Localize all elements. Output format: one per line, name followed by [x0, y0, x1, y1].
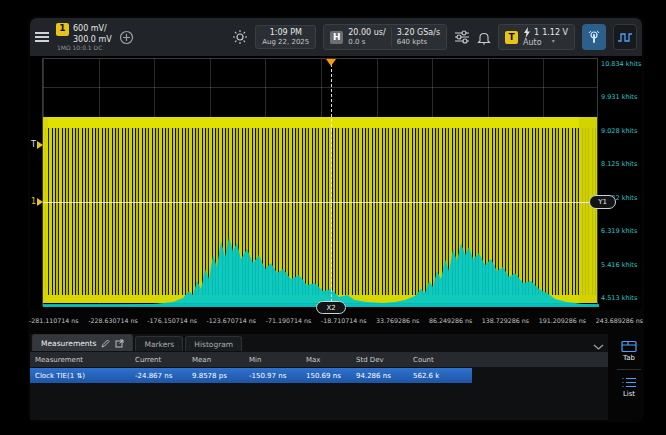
measurements-panel: Measurements Markers Histogram Measureme… [30, 334, 608, 420]
list-view-button[interactable]: List [621, 376, 637, 398]
list-view-icon [621, 376, 637, 389]
measurement-min: -150.97 ns [244, 372, 301, 380]
tab-view-icon [621, 340, 637, 353]
square-wave-icon [617, 31, 633, 44]
tab-markers[interactable]: Markers [135, 336, 183, 351]
column-header: Mean [187, 356, 244, 364]
histogram-y-axis: 10.834 khits 9.931 khits 9.028 khits 8.1… [601, 56, 645, 310]
trigger-source: 1 [534, 28, 539, 37]
y-axis-tick: 4.513 khits [601, 294, 637, 302]
x-axis-tick: 191.209286 ns [539, 317, 586, 324]
y1-marker-line [43, 202, 597, 203]
sample-rate: 3.20 GSa/s [397, 28, 440, 37]
divider [617, 369, 641, 370]
column-header: Std Dev [351, 356, 408, 364]
waveform-display: X2 Y1 T 1 10.834 khits 9.931 khits 9.028… [30, 56, 642, 310]
notifications-bell-icon[interactable] [477, 30, 491, 45]
tab-measurements[interactable]: Measurements [32, 334, 133, 351]
horizontal-scale: 20.00 us/ [348, 28, 385, 37]
x-axis-tick: -123.670714 ns [207, 317, 257, 324]
column-header: Current [130, 356, 187, 364]
horizontal-position: 0.0 s [348, 38, 385, 46]
trigger-edge-icon [523, 27, 531, 38]
waveform-view-button[interactable] [613, 24, 637, 50]
menu-icon[interactable] [35, 30, 49, 44]
horizontal-badge: H [330, 31, 343, 44]
edit-pencil-icon[interactable] [101, 339, 110, 348]
controls-tune-icon[interactable] [454, 29, 470, 45]
tab-histogram[interactable]: Histogram [185, 336, 242, 351]
touch-icon [586, 29, 602, 45]
add-channel-icon[interactable] [119, 30, 134, 45]
clock-date: Aug 22, 2025 [262, 38, 309, 46]
y-axis-tick: 5.416 khits [601, 261, 637, 269]
x-axis-tick: -71.190714 ns [266, 317, 312, 324]
measurement-count: 562.6 k [408, 372, 460, 380]
top-toolbar: 1 600 mV/ 300.0 mV 1MΩ 10:0.1 DC 1:09 PM… [30, 18, 642, 56]
x-axis-tick: -176.150714 ns [147, 317, 197, 324]
measurement-current: -24.867 ns [130, 372, 187, 380]
measurements-header-row: Measurement Current Mean Min Max Std Dev… [30, 352, 608, 367]
x-axis-tick: 138.729286 ns [482, 317, 529, 324]
column-header: Max [301, 356, 351, 364]
measurement-mean: 9.8578 ps [187, 372, 244, 380]
clock-display[interactable]: 1:09 PM Aug 22, 2025 [255, 25, 316, 48]
x-axis-tick: -18.710714 ns [321, 317, 367, 324]
trigger-time-marker[interactable] [326, 59, 336, 66]
x-axis-tick: 243.689286 ns [596, 317, 643, 324]
channel1-scale: 600 mV/ [73, 25, 107, 33]
channel1-offset: 300.0 mV [56, 36, 112, 44]
y-axis-tick: 9.028 khits [601, 127, 637, 135]
channel1-ground-marker[interactable]: 1 [31, 197, 43, 206]
horizontal-settings[interactable]: H 20.00 us/ 0.0 s 3.20 GSa/s 640 kpts [323, 24, 447, 50]
column-header: Count [408, 356, 460, 364]
x-axis-tick: -228.630714 ns [88, 317, 138, 324]
x-axis-tick: -281.110714 ns [29, 317, 79, 324]
x-axis-tick: 33.769286 ns [376, 317, 419, 324]
chevron-down-icon: ▾ [552, 38, 555, 47]
trigger-badge: T [505, 31, 518, 44]
y-axis-tick: 6.319 khits [601, 227, 637, 235]
measurement-max: 150.69 ns [301, 372, 351, 380]
y-axis-tick: 9.931 khits [601, 93, 637, 101]
panel-tabbar: Measurements Markers Histogram [30, 334, 608, 351]
panel-side-toolbar: Tab List [614, 334, 644, 420]
brightness-icon[interactable] [232, 29, 248, 45]
channel1-coupling: 1MΩ 10:0.1 DC [56, 45, 112, 51]
y-axis-tick: 8.125 khits [601, 160, 637, 168]
measurement-name: Clock TIE(1 ⇅) [30, 372, 130, 380]
trigger-level-marker[interactable]: T [31, 140, 43, 149]
graticule: X2 Y1 [42, 58, 598, 306]
tie-histogram [43, 59, 599, 307]
clock-time: 1:09 PM [262, 28, 309, 37]
measurement-row-clock-tie[interactable]: Clock TIE(1 ⇅) -24.867 ns 9.8578 ps -150… [30, 368, 472, 383]
trigger-mode: Auto [523, 38, 542, 47]
x-axis-tick: 86.249286 ns [429, 317, 472, 324]
touch-toggle-button[interactable] [582, 24, 606, 50]
trigger-level: 1.12 V [542, 28, 568, 37]
trigger-settings[interactable]: T 1 1.12 V Auto ▾ [498, 24, 575, 50]
trigger-arrow-icon [37, 141, 43, 149]
column-header: Min [244, 356, 301, 364]
tab-view-button[interactable]: Tab [621, 340, 637, 362]
popout-icon[interactable] [115, 339, 124, 348]
column-header: Measurement [30, 356, 130, 364]
memory-depth: 640 kpts [397, 38, 440, 46]
channel1-settings[interactable]: 1 600 mV/ 300.0 mV 1MΩ 10:0.1 DC [56, 23, 112, 52]
collapse-panel-icon[interactable] [593, 336, 604, 355]
channel1-badge: 1 [56, 23, 69, 36]
y-axis-tick: 10.834 khits [601, 60, 641, 68]
time-x-axis: -281.110714 ns -228.630714 ns -176.15071… [28, 317, 644, 324]
channel-arrow-icon [37, 198, 43, 206]
y1-marker-handle[interactable]: Y1 [589, 195, 616, 209]
measurement-stddev: 94.286 ns [351, 372, 408, 380]
x2-cursor-handle[interactable]: X2 [316, 301, 346, 314]
oscilloscope-app: 1 600 mV/ 300.0 mV 1MΩ 10:0.1 DC 1:09 PM… [28, 16, 644, 422]
x2-cursor-line[interactable] [331, 59, 332, 307]
